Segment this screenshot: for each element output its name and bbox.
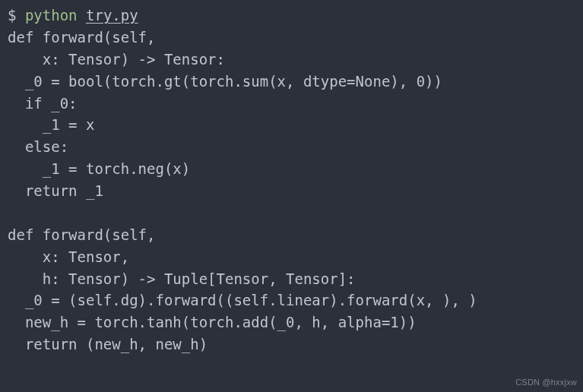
command-file: try.py: [86, 7, 138, 24]
code-output-block-2: def forward(self, x: Tensor, h: Tensor) …: [8, 226, 477, 352]
terminal-output: $ python try.py def forward(self, x: Ten…: [8, 5, 575, 356]
shell-prompt: $: [8, 7, 16, 24]
watermark-text: CSDN @hxxjxw: [515, 376, 577, 389]
command-interpreter: python: [25, 7, 78, 24]
code-output-block-1: def forward(self, x: Tensor) -> Tensor: …: [8, 29, 442, 199]
